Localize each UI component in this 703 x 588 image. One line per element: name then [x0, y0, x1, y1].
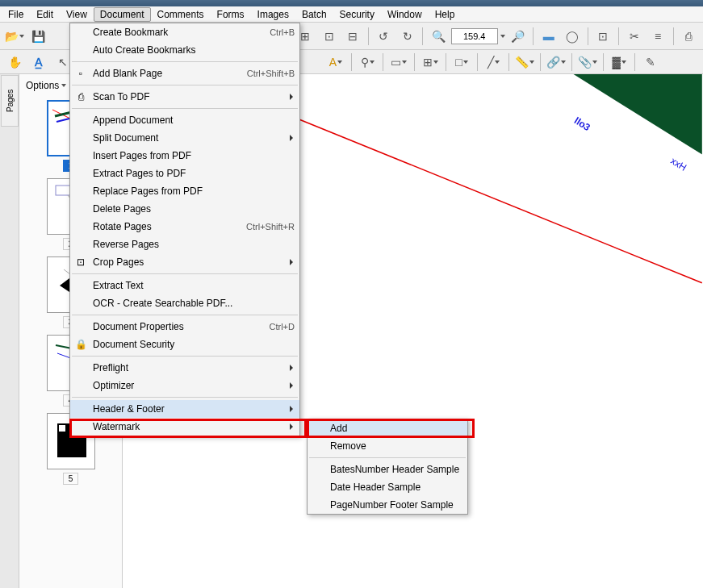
- menu-item-label: Split Document: [93, 132, 295, 144]
- document-menu-separator: [72, 85, 298, 85]
- submenu-arrow-icon: [290, 135, 293, 141]
- thumbnail-label: 5: [63, 473, 79, 485]
- menu-forms[interactable]: Forms: [211, 7, 251, 22]
- zoom-input[interactable]: [451, 28, 498, 44]
- menu-document[interactable]: Document: [94, 7, 151, 22]
- submenu-arrow-icon: [290, 94, 293, 100]
- document-menu-item-23[interactable]: Preflight: [70, 359, 299, 377]
- sign-icon: ✎: [646, 56, 655, 69]
- ruler-icon: 📏: [515, 56, 529, 69]
- menu-help[interactable]: Help: [429, 7, 462, 22]
- menu-images[interactable]: Images: [251, 7, 295, 22]
- zoom-in-icon: 🔎: [511, 30, 525, 43]
- menu-file[interactable]: File: [2, 7, 30, 22]
- zoom-in-button[interactable]: 🔎: [507, 25, 529, 48]
- link-button[interactable]: 🔗: [545, 51, 567, 73]
- hf-submenu-item-5[interactable]: PageNumber Footer Sample: [308, 496, 467, 514]
- rotate-cw-button[interactable]: ↻: [396, 25, 418, 48]
- scanner-icon: ⎙: [73, 90, 88, 104]
- hf-submenu-item-1[interactable]: Remove: [308, 437, 467, 455]
- document-menu-item-3[interactable]: ▫Add Blank PageCtrl+Shift+B: [70, 65, 299, 82]
- rotate-cw-icon: ↻: [403, 30, 412, 43]
- document-menu-item-7[interactable]: Append Document: [70, 111, 299, 129]
- text-select-button[interactable]: A̲: [27, 51, 50, 73]
- snapshot-button[interactable]: ⊡: [592, 25, 614, 48]
- document-menu-separator: [72, 397, 298, 398]
- menu-comments[interactable]: Comments: [151, 7, 211, 22]
- document-menu-separator: [72, 356, 298, 357]
- fit-actual-icon: ⊞: [300, 30, 310, 43]
- header-footer-submenu: AddRemoveBatesNumber Header SampleDate H…: [307, 419, 468, 515]
- document-menu-item-11[interactable]: Replace Pages from PDF: [70, 182, 299, 200]
- stamp-tool-button[interactable]: ⚲: [356, 51, 379, 73]
- scan-button[interactable]: ⎙: [678, 25, 700, 48]
- highlight-button[interactable]: ▭: [387, 51, 410, 73]
- shape-button[interactable]: □: [450, 51, 473, 73]
- document-menu-item-17[interactable]: Extract Text: [70, 277, 299, 294]
- hf-submenu-item-0[interactable]: Add: [308, 419, 467, 437]
- fit-width-button[interactable]: ⊟: [341, 25, 363, 48]
- document-menu-item-27[interactable]: Watermark: [70, 418, 299, 436]
- form-tool-button[interactable]: ≡: [647, 25, 668, 48]
- document-menu-item-21[interactable]: 🔒Document Security: [70, 336, 299, 353]
- typewriter-icon: A: [329, 56, 337, 69]
- document-menu-item-9[interactable]: Insert Pages from PDF: [70, 147, 299, 165]
- svg-rect-10: [59, 425, 65, 432]
- menu-item-label: Header & Footer: [93, 403, 295, 415]
- document-menu-item-1[interactable]: Auto Create Bookmarks: [70, 41, 299, 59]
- menu-window[interactable]: Window: [381, 7, 429, 22]
- document-menu-item-18[interactable]: OCR - Create Searchable PDF...: [70, 294, 299, 312]
- measure-button[interactable]: 📏: [513, 51, 536, 73]
- redact-button[interactable]: ▓: [608, 51, 630, 73]
- highlight-icon: ▭: [391, 56, 401, 69]
- fit-page-button[interactable]: ⊡: [318, 25, 340, 48]
- hf-submenu-item-3[interactable]: BatesNumber Header Sample: [308, 461, 467, 478]
- typewriter-button[interactable]: A: [324, 51, 347, 73]
- document-menu-item-5[interactable]: ⎙Scan To PDF: [70, 88, 299, 106]
- menu-item-label: BatesNumber Header Sample: [330, 464, 462, 475]
- menu-security[interactable]: Security: [333, 7, 381, 22]
- document-menu-item-8[interactable]: Split Document: [70, 129, 299, 147]
- crop-tool-button[interactable]: ✂: [623, 25, 645, 48]
- document-menu-item-13[interactable]: Rotate PagesCtrl+Shift+R: [70, 218, 299, 236]
- save-button[interactable]: 💾: [27, 25, 48, 48]
- document-menu-item-15[interactable]: ⊡Crop Pages: [70, 253, 299, 271]
- submenu-arrow-icon: [290, 406, 293, 412]
- stamp-icon: ▬: [543, 30, 554, 43]
- rotate-ccw-button[interactable]: ↺: [373, 25, 395, 48]
- attach-icon: 📎: [578, 56, 592, 69]
- hf-submenu-item-4[interactable]: Date Header Sample: [308, 478, 467, 496]
- sign-button[interactable]: ✎: [639, 51, 662, 73]
- document-menu-item-10[interactable]: Extract Pages to PDF: [70, 165, 299, 182]
- menu-item-shortcut: Ctrl+Shift+R: [246, 222, 295, 231]
- document-menu-item-24[interactable]: Optimizer: [70, 377, 299, 394]
- menu-item-label: Auto Create Bookmarks: [93, 44, 295, 56]
- menu-item-label: Replace Pages from PDF: [93, 186, 295, 197]
- zoom-out-button[interactable]: 🔍: [427, 25, 449, 48]
- menu-item-label: Document Properties: [93, 321, 245, 332]
- menu-item-label: Delete Pages: [93, 203, 295, 215]
- menu-item-label: Reverse Pages: [93, 239, 295, 250]
- open-button[interactable]: 📂: [3, 25, 25, 48]
- menu-view[interactable]: View: [60, 7, 94, 22]
- text-select-icon: A̲: [35, 56, 43, 69]
- document-menu-item-14[interactable]: Reverse Pages: [70, 236, 299, 253]
- document-menu-item-12[interactable]: Delete Pages: [70, 200, 299, 218]
- menu-batch[interactable]: Batch: [295, 7, 333, 22]
- menu-item-label: Date Header Sample: [330, 482, 462, 493]
- attach-button[interactable]: 📎: [576, 51, 599, 73]
- hand-tool-button[interactable]: ✋: [3, 51, 26, 73]
- document-menu-item-0[interactable]: Create BookmarkCtrl+B: [70, 23, 299, 41]
- document-menu-item-26[interactable]: Header & Footer: [70, 400, 299, 418]
- cursor-icon: ↖: [58, 56, 68, 69]
- document-menu-item-20[interactable]: Document PropertiesCtrl+D: [70, 318, 299, 336]
- sidebar-tab-pages[interactable]: Pages: [1, 75, 19, 127]
- crop-icon: ⊡: [73, 255, 88, 269]
- menu-item-label: Create Bookmark: [93, 27, 245, 38]
- document-menu-separator: [72, 273, 298, 274]
- area-button[interactable]: ⊞: [419, 51, 441, 73]
- menu-edit[interactable]: Edit: [30, 7, 60, 22]
- stamp-button[interactable]: ▬: [538, 25, 559, 48]
- loupe-button[interactable]: ◯: [561, 25, 583, 48]
- line-button[interactable]: ╱: [482, 51, 504, 73]
